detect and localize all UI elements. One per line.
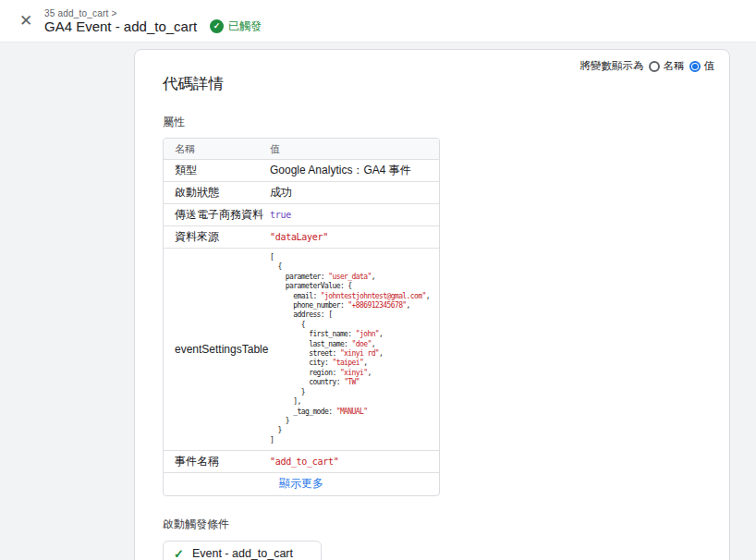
show-more-link[interactable]: 顯示更多 <box>164 472 439 495</box>
header-value: 值 <box>270 142 439 156</box>
status-badge-label: 已觸發 <box>228 18 262 34</box>
trigger-name: Event - add_to_cart <box>192 547 293 560</box>
status-badge: ✓ 已觸發 <box>210 18 262 34</box>
table-row-type: 類型 Google Analytics：GA4 事件 <box>164 159 439 181</box>
radio-unselected-icon[interactable] <box>649 61 660 72</box>
radio-option-names[interactable]: 名稱 <box>649 59 685 73</box>
table-row-event-name: 事件名稱 "add_to_cart" <box>164 450 439 472</box>
title-block: 35 add_to_cart > GA4 Event - add_to_cart… <box>44 8 262 34</box>
table-row-send-ecommerce: 傳送電子商務資料 true <box>164 203 439 225</box>
firing-triggers-label: 啟動觸發條件 <box>163 517 714 532</box>
trigger-row[interactable]: ✓ Event - add_to_cart <box>164 542 321 560</box>
toggle-label: 將變數顯示為 <box>580 59 644 73</box>
tag-details-card: 將變數顯示為 名稱 值 代碼詳情 屬性 名稱 值 類型 Google Analy… <box>134 49 730 560</box>
properties-table: 名稱 值 類型 Google Analytics：GA4 事件 啟動狀態 成功 … <box>163 138 440 496</box>
radio-selected-icon[interactable] <box>689 61 701 72</box>
table-row-firing-status: 啟動狀態 成功 <box>164 181 439 203</box>
close-icon[interactable]: ✕ <box>15 10 37 32</box>
radio-option-values[interactable]: 值 <box>689 59 715 73</box>
properties-label: 屬性 <box>163 115 714 130</box>
table-row-data-source: 資料來源 "dataLayer" <box>164 225 439 248</box>
header-name: 名稱 <box>164 140 270 159</box>
top-bar: ✕ 35 add_to_cart > GA4 Event - add_to_ca… <box>0 0 756 43</box>
event-settings-code-block: [ { parameter: "user_data", parameterVal… <box>270 253 433 445</box>
page-title: GA4 Event - add_to_cart <box>44 18 197 34</box>
variable-display-toggle: 將變數顯示為 名稱 值 <box>580 59 715 73</box>
table-row-event-settings: eventSettingsTable [ { parameter: "user_… <box>164 248 439 450</box>
trigger-box: ✓ Event - add_to_cart 篩選器 ✓ add_to_cart … <box>163 541 322 560</box>
trigger-check-icon: ✓ <box>174 548 184 560</box>
table-header-row: 名稱 值 <box>164 139 439 159</box>
breadcrumb[interactable]: 35 add_to_cart > <box>44 8 262 18</box>
page-background: 將變數顯示為 名稱 值 代碼詳情 屬性 名稱 值 類型 Google Analy… <box>0 43 756 560</box>
check-circle-icon: ✓ <box>210 19 224 33</box>
card-title: 代碼詳情 <box>163 74 714 94</box>
